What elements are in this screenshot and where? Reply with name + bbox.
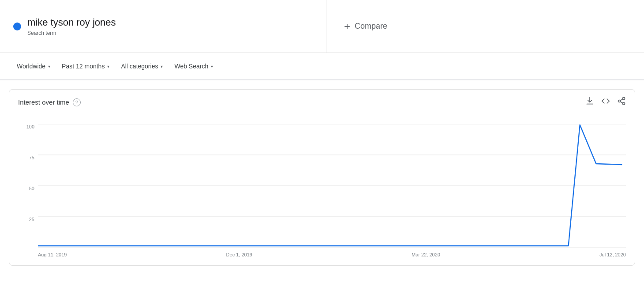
- search-term-panel: mike tyson roy jones Search term: [0, 0, 326, 53]
- share-icon[interactable]: [617, 97, 626, 108]
- category-filter-label: All categories: [121, 63, 158, 70]
- y-axis: 100 75 50 25: [18, 124, 38, 248]
- interest-over-time-card: Interest over time ?: [9, 89, 635, 266]
- card-header: Interest over time ?: [9, 90, 635, 115]
- chart-inner: 100 75 50 25: [18, 124, 626, 261]
- y-label-75: 75: [29, 155, 34, 160]
- x-label-jul2020: Jul 12, 2020: [599, 252, 626, 257]
- y-label-50: 50: [29, 186, 34, 191]
- plus-icon: +: [344, 20, 350, 33]
- search-term-dot: [13, 23, 21, 30]
- category-chevron-icon: ▾: [161, 64, 163, 69]
- search-bar-area: mike tyson roy jones Search term + Compa…: [0, 0, 644, 53]
- search-type-chevron-icon: ▾: [211, 64, 213, 69]
- category-filter[interactable]: All categories ▾: [117, 60, 166, 72]
- filter-bar: Worldwide ▾ Past 12 months ▾ All categor…: [0, 53, 644, 80]
- y-label-100: 100: [26, 124, 34, 129]
- y-label-25: 25: [29, 217, 34, 222]
- download-icon[interactable]: [585, 97, 594, 108]
- geo-filter-label: Worldwide: [17, 63, 45, 70]
- search-type-filter-label: Web Search: [174, 63, 208, 70]
- search-type-filter[interactable]: Web Search ▾: [171, 60, 217, 72]
- card-title-area: Interest over time ?: [18, 98, 81, 106]
- search-term-subtitle: Search term: [27, 30, 116, 36]
- x-label-dec2019: Dec 1, 2019: [226, 252, 252, 257]
- compare-label: Compare: [355, 22, 387, 31]
- search-term-text: mike tyson roy jones Search term: [27, 16, 116, 36]
- x-axis: Aug 11, 2019 Dec 1, 2019 Mar 22, 2020 Ju…: [38, 248, 626, 261]
- geo-chevron-icon: ▾: [48, 64, 50, 69]
- card-actions: [585, 97, 626, 108]
- svg-line-5: [620, 99, 623, 100]
- search-term-title: mike tyson roy jones: [27, 16, 116, 29]
- time-chevron-icon: ▾: [107, 64, 109, 69]
- x-label-aug2019: Aug 11, 2019: [38, 252, 67, 257]
- geo-filter[interactable]: Worldwide ▾: [13, 60, 54, 72]
- content-area: Interest over time ?: [0, 80, 644, 275]
- help-icon[interactable]: ?: [73, 98, 81, 106]
- x-label-mar2020: Mar 22, 2020: [412, 252, 440, 257]
- compare-button[interactable]: + Compare: [344, 20, 387, 33]
- time-filter-label: Past 12 months: [62, 63, 105, 70]
- compare-panel: + Compare: [326, 0, 644, 53]
- card-title: Interest over time: [18, 98, 69, 106]
- embed-code-icon[interactable]: [601, 97, 610, 108]
- chart-area: 100 75 50 25: [9, 115, 635, 265]
- svg-line-4: [620, 102, 623, 103]
- time-filter[interactable]: Past 12 months ▾: [58, 60, 113, 72]
- chart-plot: [38, 124, 626, 248]
